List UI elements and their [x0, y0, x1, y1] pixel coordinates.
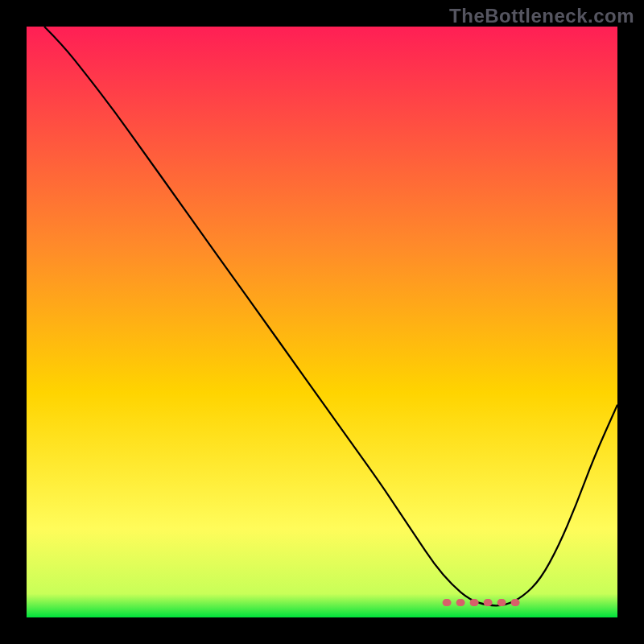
bottleneck-chart: TheBottleneck.com: [0, 0, 644, 644]
plot-area: [27, 27, 617, 617]
chart-svg: [0, 0, 644, 644]
watermark-text: TheBottleneck.com: [449, 5, 634, 27]
